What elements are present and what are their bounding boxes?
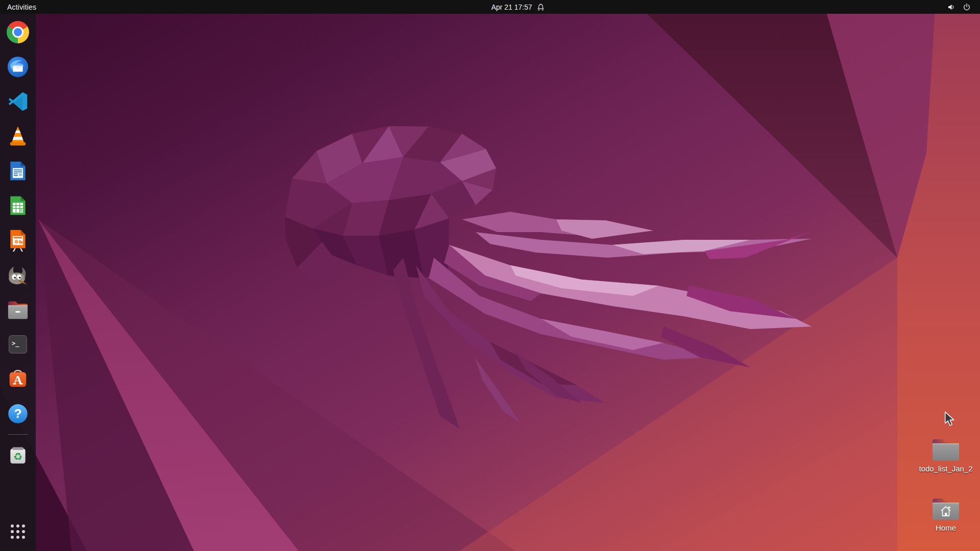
dock: >_ A ? bbox=[0, 14, 36, 551]
help-icon: ? bbox=[7, 403, 29, 425]
ubuntu-desktop: Activities Apr 21 17:57 bbox=[0, 0, 980, 551]
vlc-icon bbox=[6, 124, 30, 148]
ubuntu-software-icon: A bbox=[6, 367, 30, 391]
wallpaper-jellyfish bbox=[0, 0, 980, 551]
gimp-icon bbox=[6, 263, 30, 287]
system-status-area[interactable] bbox=[947, 0, 971, 14]
desktop-icon-home[interactable]: Home bbox=[914, 496, 977, 532]
thunderbird-icon bbox=[6, 55, 30, 79]
dock-item-gimp[interactable] bbox=[6, 263, 30, 287]
terminal-icon: >_ bbox=[7, 333, 29, 356]
show-applications-button[interactable] bbox=[11, 524, 25, 539]
volume-icon bbox=[947, 3, 956, 11]
dock-item-libreoffice-impress[interactable] bbox=[6, 228, 30, 253]
desktop-icon-label: Home bbox=[936, 523, 956, 532]
libreoffice-writer-icon bbox=[7, 160, 29, 182]
activities-button[interactable]: Activities bbox=[7, 0, 36, 14]
desktop-icon-label: todo_list_Jan_2 bbox=[919, 464, 972, 473]
chrome-icon bbox=[7, 21, 29, 43]
clock-label: Apr 21 17:57 bbox=[491, 3, 532, 11]
folder-home-icon bbox=[931, 496, 961, 521]
desktop-icon-todo-list[interactable]: todo_list_Jan_2 bbox=[914, 437, 977, 473]
dock-divider bbox=[8, 434, 28, 435]
dock-item-thunderbird[interactable] bbox=[6, 55, 30, 79]
clock-button[interactable]: Apr 21 17:57 bbox=[491, 0, 545, 14]
svg-text:♻: ♻ bbox=[13, 450, 22, 463]
libreoffice-impress-icon bbox=[7, 229, 29, 252]
folder-icon bbox=[931, 437, 961, 462]
dock-item-vscode[interactable] bbox=[6, 89, 30, 114]
svg-text:?: ? bbox=[14, 407, 21, 420]
bell-icon bbox=[537, 3, 545, 11]
dock-item-help[interactable]: ? bbox=[6, 402, 30, 426]
dock-item-vlc[interactable] bbox=[6, 124, 30, 148]
top-bar: Activities Apr 21 17:57 bbox=[0, 0, 980, 14]
dock-item-files[interactable] bbox=[6, 297, 30, 322]
libreoffice-calc-icon bbox=[7, 194, 29, 217]
dock-item-libreoffice-writer[interactable] bbox=[6, 159, 30, 183]
trash-icon: ♻ bbox=[7, 444, 29, 466]
files-icon bbox=[6, 299, 30, 320]
dock-item-terminal[interactable]: >_ bbox=[6, 332, 30, 357]
dock-item-chrome[interactable] bbox=[6, 20, 30, 44]
dock-item-ubuntu-software[interactable]: A bbox=[6, 367, 30, 391]
power-icon bbox=[963, 3, 971, 11]
dock-item-trash[interactable]: ♻ bbox=[6, 443, 30, 467]
dock-item-libreoffice-calc[interactable] bbox=[6, 193, 30, 218]
svg-text:>_: >_ bbox=[12, 340, 19, 347]
vscode-icon bbox=[7, 90, 29, 113]
arrow-cursor bbox=[944, 411, 955, 427]
